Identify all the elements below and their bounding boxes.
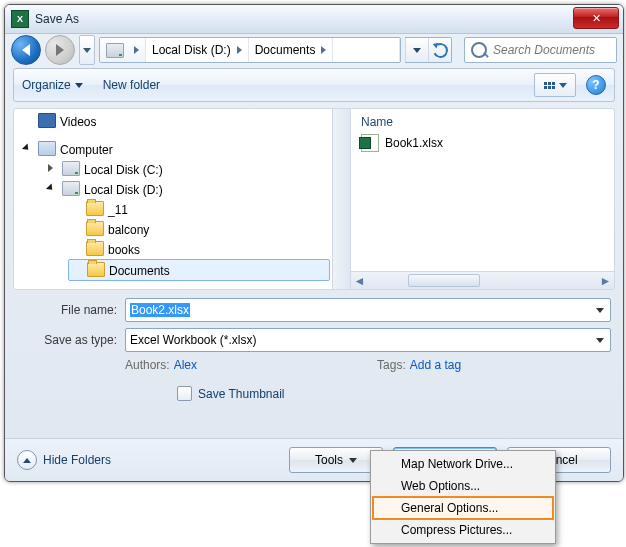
tree-item-folder[interactable]: balcony [68,219,350,239]
breadcrumb[interactable]: Local Disk (D:) Documents [99,37,401,63]
tree-label: Documents [109,264,170,278]
video-icon [38,113,56,128]
new-folder-button[interactable]: New folder [103,78,160,92]
tags-field[interactable]: Tags:Add a tag [377,358,461,372]
history-dropdown[interactable] [79,35,95,65]
breadcrumb-folder[interactable]: Documents [249,38,334,62]
tags-value: Add a tag [410,358,461,372]
caret-down-icon [83,48,91,53]
checkbox-icon [177,386,192,401]
save-type-label: Save as type: [17,333,125,347]
file-name: Book1.xlsx [385,136,443,150]
search-input[interactable]: Search Documents [464,37,617,63]
authors-value: Alex [174,358,197,372]
close-button[interactable]: ✕ [573,7,619,29]
breadcrumb-drive[interactable]: Local Disk (D:) [146,38,249,62]
expand-icon[interactable] [46,183,55,192]
tree-label: balcony [108,223,149,237]
folder-icon [87,262,105,277]
drive-icon [62,181,80,196]
tools-label: Tools [315,453,343,467]
chevron-right-icon [237,46,242,54]
content-panes: Videos Computer Local Disk (C:) Local Di… [13,108,615,290]
caret-down-icon [413,48,421,53]
organize-label: Organize [22,78,71,92]
caret-down-icon [349,458,357,463]
tree-spacer [20,131,350,139]
tree-label: books [108,243,140,257]
save-type-value: Excel Workbook (*.xlsx) [130,333,256,347]
tree-item-computer[interactable]: Computer Local Disk (C:) Local Disk (D:)… [20,139,350,289]
chevron-right-icon [321,46,326,54]
tree-item-drive-c[interactable]: Local Disk (C:) [44,159,350,179]
tree-item-folder[interactable]: _11 [68,199,350,219]
drive-icon [62,161,80,176]
tree-item-videos[interactable]: Videos [20,111,350,131]
save-type-select[interactable]: Excel Workbook (*.xlsx) [125,328,611,352]
authors-label: Authors: [125,358,170,372]
search-placeholder: Search Documents [493,43,595,57]
nav-row: Local Disk (D:) Documents Search Documen… [5,34,623,66]
hide-folders-label: Hide Folders [43,453,111,467]
tree-label: Videos [60,115,96,129]
tree-item-folder[interactable]: books [68,239,350,259]
folder-icon [86,241,104,256]
list-item[interactable]: Book1.xlsx [357,131,608,155]
close-icon: ✕ [592,12,601,25]
tree-item-drive-d[interactable]: Local Disk (D:) _11 balcony books Docume… [44,179,350,285]
menu-item-map-drive[interactable]: Map Network Drive... [373,453,553,475]
excel-file-icon [361,134,379,152]
back-button[interactable] [11,35,41,65]
tools-menu: Map Network Drive... Web Options... Gene… [370,450,556,544]
scroll-thumb[interactable] [408,274,480,287]
search-icon [471,42,487,58]
chevron-right-icon [134,46,139,54]
column-header-name[interactable]: Name [357,113,608,131]
expand-icon[interactable] [48,164,53,172]
arrow-left-icon [22,44,30,56]
scroll-right-button[interactable]: ► [597,272,614,289]
breadcrumb-drive-label: Local Disk (D:) [152,43,231,57]
caret-down-icon [559,83,567,88]
tools-button[interactable]: Tools [289,447,383,473]
folder-tree[interactable]: Videos Computer Local Disk (C:) Local Di… [13,108,351,290]
breadcrumb-folder-label: Documents [255,43,316,57]
forward-button[interactable] [45,35,75,65]
menu-item-general-options[interactable]: General Options... [373,497,553,519]
computer-icon [38,141,56,156]
save-thumbnail-checkbox[interactable]: Save Thumbnail [177,386,611,401]
scroll-left-button[interactable]: ◄ [351,272,368,289]
folder-icon [86,201,104,216]
save-as-dialog: X Save As ✕ Local Disk (D:) Documents [4,4,624,482]
refresh-icon [430,40,449,59]
tree-label: Local Disk (D:) [84,183,163,197]
tree-item-documents[interactable]: Documents [68,259,330,281]
caret-down-icon [75,83,83,88]
toolbar: Organize New folder ? [13,68,615,102]
refresh-button[interactable] [428,38,451,62]
view-icon [544,82,555,89]
breadcrumb-root[interactable] [100,38,146,62]
drive-icon [106,43,124,58]
help-button[interactable]: ? [586,75,606,95]
menu-item-web-options[interactable]: Web Options... [373,475,553,497]
menu-item-compress-pictures[interactable]: Compress Pictures... [373,519,553,541]
address-controls [405,37,452,63]
hide-folders-button[interactable]: Hide Folders [17,450,111,470]
window-title: Save As [35,12,79,26]
view-mode-button[interactable] [534,73,576,97]
tags-label: Tags: [377,358,406,372]
expand-icon[interactable] [22,143,31,152]
file-name-input[interactable]: Book2.xlsx [125,298,611,322]
file-name-label: File name: [17,303,125,317]
save-thumbnail-label: Save Thumbnail [198,387,285,401]
excel-icon: X [11,10,29,28]
organize-button[interactable]: Organize [22,78,83,92]
address-dropdown[interactable] [405,38,428,62]
file-list[interactable]: Name Book1.xlsx ◄ ► [351,108,615,290]
tree-label: Computer [60,143,113,157]
arrow-right-icon [56,44,64,56]
horizontal-scrollbar[interactable]: ◄ ► [351,271,614,289]
tree-label: Local Disk (C:) [84,163,163,177]
authors-field[interactable]: Authors:Alex [125,358,197,372]
